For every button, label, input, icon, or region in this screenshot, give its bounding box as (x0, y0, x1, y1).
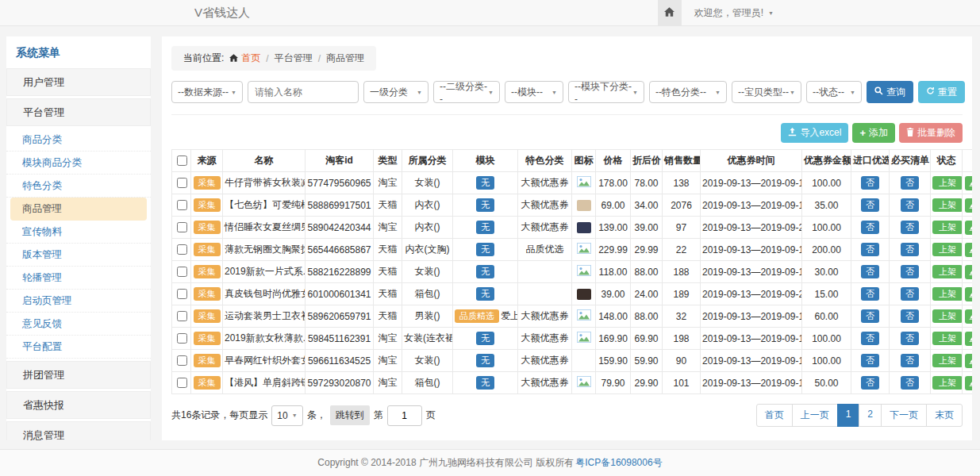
must-buy-toggle[interactable]: 否 (901, 221, 919, 234)
module-badge[interactable]: 无 (476, 243, 494, 256)
status-badge[interactable]: 上架 (932, 309, 963, 323)
sidebar-item-splash-mgmt[interactable]: 启动页管理 (6, 290, 151, 313)
row-checkbox[interactable] (177, 311, 187, 321)
item-type-filter-select[interactable]: --宝贝类型-- ▼ (732, 81, 801, 103)
row-checkbox[interactable] (177, 200, 187, 210)
page-1-button[interactable]: 1 (837, 404, 860, 427)
import-select-toggle[interactable]: 否 (861, 221, 879, 234)
category2-filter-select[interactable]: --二级分类-- ▼ (433, 81, 500, 103)
row-checkbox[interactable] (177, 333, 187, 344)
sidebar-item-feedback[interactable]: 意见反馈 (6, 313, 151, 336)
page-2-button[interactable]: 2 (859, 404, 882, 427)
sidebar-item-savings-news[interactable]: 省惠快报 (6, 391, 151, 419)
next-page-button[interactable]: 下一页 (881, 404, 927, 427)
row-checkbox[interactable] (177, 222, 187, 232)
module-badge[interactable]: 无 (476, 198, 494, 212)
row-checkbox[interactable] (177, 178, 187, 188)
search-button[interactable]: 查询 (867, 81, 913, 103)
row-checkbox[interactable] (177, 378, 187, 388)
sidebar-item-feature-category[interactable]: 特色分类 (6, 175, 151, 198)
module-badge[interactable]: 无 (476, 265, 494, 278)
edit-button[interactable] (965, 221, 972, 235)
sidebar-item-module-goods-category[interactable]: 模块商品分类 (6, 152, 151, 175)
edit-button[interactable] (965, 265, 972, 279)
sidebar-item-user-mgmt[interactable]: 用户管理 (6, 68, 151, 96)
module-badge[interactable]: 无 (476, 354, 494, 367)
module-filter-select[interactable]: --模块-- ▼ (505, 81, 563, 103)
row-checkbox[interactable] (177, 355, 187, 366)
status-badge[interactable]: 上架 (932, 376, 963, 390)
edit-button[interactable] (965, 309, 972, 324)
last-page-button[interactable]: 末页 (926, 404, 963, 427)
must-buy-toggle[interactable]: 否 (901, 332, 919, 345)
feature-filter-select[interactable]: --特色分类-- ▼ (649, 81, 727, 103)
must-buy-toggle[interactable]: 否 (901, 198, 919, 212)
user-menu[interactable]: 欢迎您，管理员! ▼ (694, 6, 774, 20)
import-select-toggle[interactable]: 否 (861, 287, 879, 301)
row-checkbox[interactable] (177, 267, 187, 277)
category1-filter-select[interactable]: 一级分类 ▼ (363, 81, 429, 103)
edit-button[interactable] (965, 243, 972, 257)
per-page-select[interactable]: 10 ▼ (271, 405, 302, 426)
sidebar-item-promo-material[interactable]: 宣传物料 (6, 221, 151, 244)
must-buy-toggle[interactable]: 否 (901, 265, 919, 278)
edit-button[interactable] (965, 176, 972, 190)
jump-page-input[interactable] (387, 405, 422, 426)
first-page-button[interactable]: 首页 (756, 404, 793, 427)
sidebar-item-goods-mgmt-active[interactable]: 商品管理 (10, 198, 147, 221)
reset-button[interactable]: 重置 (918, 81, 965, 103)
status-badge[interactable]: 上架 (932, 354, 963, 367)
sidebar-item-platform-config[interactable]: 平台配置 (6, 336, 151, 359)
select-all-checkbox[interactable] (177, 155, 187, 166)
batch-delete-button[interactable]: 批量删除 (899, 123, 963, 143)
module-badge[interactable]: 品质精选 (455, 309, 499, 323)
navbar-home-button[interactable] (658, 0, 682, 25)
sidebar-item-platform-mgmt[interactable]: 平台管理 (6, 98, 151, 126)
must-buy-toggle[interactable]: 否 (901, 309, 919, 323)
import-select-toggle[interactable]: 否 (861, 354, 879, 367)
must-buy-toggle[interactable]: 否 (901, 176, 919, 190)
module-badge[interactable]: 无 (476, 376, 494, 390)
edit-button[interactable] (965, 376, 972, 390)
import-excel-button[interactable]: 导入excel (781, 123, 848, 143)
edit-button[interactable] (965, 332, 972, 346)
import-select-toggle[interactable]: 否 (861, 376, 879, 390)
import-select-toggle[interactable]: 否 (861, 176, 879, 190)
sidebar-item-goods-category[interactable]: 商品分类 (6, 129, 151, 152)
breadcrumb-home-link[interactable]: 首页 (229, 52, 260, 65)
import-select-toggle[interactable]: 否 (861, 265, 879, 278)
must-buy-toggle[interactable]: 否 (901, 287, 919, 301)
import-select-toggle[interactable]: 否 (861, 309, 879, 323)
jump-to-button[interactable]: 跳转到 (330, 405, 370, 425)
source-filter-select[interactable]: --数据来源-- ▼ (171, 81, 243, 103)
edit-button[interactable] (965, 354, 972, 368)
sidebar-item-version-mgmt[interactable]: 版本管理 (6, 244, 151, 267)
must-buy-toggle[interactable]: 否 (901, 354, 919, 367)
row-checkbox[interactable] (177, 244, 187, 255)
status-badge[interactable]: 上架 (932, 221, 963, 234)
import-select-toggle[interactable]: 否 (861, 332, 879, 345)
module-badge[interactable]: 无 (476, 176, 494, 190)
module-badge[interactable]: 无 (476, 287, 494, 301)
status-badge[interactable]: 上架 (932, 198, 963, 212)
edit-button[interactable] (965, 198, 972, 213)
import-select-toggle[interactable]: 否 (861, 198, 879, 212)
must-buy-toggle[interactable]: 否 (901, 243, 919, 256)
must-buy-toggle[interactable]: 否 (901, 376, 919, 390)
sidebar-item-message-mgmt[interactable]: 消息管理 (6, 421, 151, 440)
status-badge[interactable]: 上架 (932, 176, 963, 190)
row-checkbox[interactable] (177, 289, 187, 299)
module-sub-filter-select[interactable]: --模块下分类-- ▼ (568, 81, 644, 103)
icp-link[interactable]: 粤ICP备16098006号 (575, 456, 662, 470)
sidebar-item-carousel-mgmt[interactable]: 轮播管理 (6, 267, 151, 290)
add-button[interactable]: + 添加 (852, 123, 895, 143)
edit-button[interactable] (965, 287, 972, 301)
status-badge[interactable]: 上架 (932, 287, 963, 301)
name-search-input[interactable] (248, 81, 359, 103)
status-badge[interactable]: 上架 (932, 243, 963, 256)
status-badge[interactable]: 上架 (932, 332, 963, 345)
module-badge[interactable]: 无 (476, 332, 494, 345)
prev-page-button[interactable]: 上一页 (792, 404, 838, 427)
status-badge[interactable]: 上架 (932, 265, 963, 278)
sidebar-item-group-buy-mgmt[interactable]: 拼团管理 (6, 361, 151, 389)
